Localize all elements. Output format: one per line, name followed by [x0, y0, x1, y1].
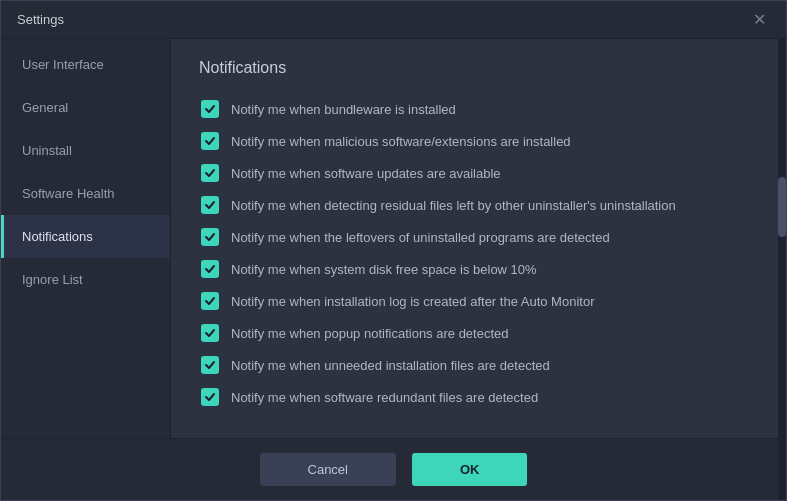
close-button[interactable]: ✕: [749, 10, 770, 30]
section-title: Notifications: [199, 59, 758, 77]
main-panel: Notifications Notify me when bundleware …: [171, 39, 786, 438]
cb3-checkbox[interactable]: [201, 164, 219, 182]
cb6-label: Notify me when system disk free space is…: [231, 262, 537, 277]
dialog-title: Settings: [17, 12, 64, 27]
cb4-checkbox[interactable]: [201, 196, 219, 214]
checkbox-item: Notify me when installation log is creat…: [199, 287, 758, 315]
cb6-checkbox[interactable]: [201, 260, 219, 278]
title-bar: Settings ✕: [1, 1, 786, 39]
footer: Cancel OK: [1, 438, 786, 500]
checkbox-item: Notify me when unneeded installation fil…: [199, 351, 758, 379]
sidebar-item-ignore-list[interactable]: Ignore List: [1, 258, 170, 301]
checkbox-item: Notify me when bundleware is installed: [199, 95, 758, 123]
cb7-checkbox[interactable]: [201, 292, 219, 310]
cancel-button[interactable]: Cancel: [260, 453, 396, 486]
checkbox-list: Notify me when bundleware is installed N…: [199, 95, 758, 411]
sidebar-item-uninstall[interactable]: Uninstall: [1, 129, 170, 172]
checkbox-item: Notify me when malicious software/extens…: [199, 127, 758, 155]
checkbox-item: Notify me when software redundant files …: [199, 383, 758, 411]
cb1-checkbox[interactable]: [201, 100, 219, 118]
checkbox-item: Notify me when popup notifications are d…: [199, 319, 758, 347]
cb8-checkbox[interactable]: [201, 324, 219, 342]
cb2-checkbox[interactable]: [201, 132, 219, 150]
checkbox-item: Notify me when the leftovers of uninstal…: [199, 223, 758, 251]
cb10-label: Notify me when software redundant files …: [231, 390, 538, 405]
sidebar: User InterfaceGeneralUninstallSoftware H…: [1, 39, 171, 438]
dialog-content: User InterfaceGeneralUninstallSoftware H…: [1, 39, 786, 438]
cb4-label: Notify me when detecting residual files …: [231, 198, 676, 213]
cb5-label: Notify me when the leftovers of uninstal…: [231, 230, 610, 245]
settings-dialog: Settings ✕ User InterfaceGeneralUninstal…: [0, 0, 787, 501]
sidebar-item-user-interface[interactable]: User Interface: [1, 43, 170, 86]
cb7-label: Notify me when installation log is creat…: [231, 294, 594, 309]
cb3-label: Notify me when software updates are avai…: [231, 166, 501, 181]
checkbox-item: Notify me when detecting residual files …: [199, 191, 758, 219]
cb1-label: Notify me when bundleware is installed: [231, 102, 456, 117]
sidebar-item-software-health[interactable]: Software Health: [1, 172, 170, 215]
cb9-checkbox[interactable]: [201, 356, 219, 374]
checkbox-item: Notify me when software updates are avai…: [199, 159, 758, 187]
sidebar-item-general[interactable]: General: [1, 86, 170, 129]
checkbox-item: Notify me when system disk free space is…: [199, 255, 758, 283]
ok-button[interactable]: OK: [412, 453, 528, 486]
cb2-label: Notify me when malicious software/extens…: [231, 134, 571, 149]
scrollbar-track: [778, 39, 786, 438]
cb10-checkbox[interactable]: [201, 388, 219, 406]
cb5-checkbox[interactable]: [201, 228, 219, 246]
scrollbar-thumb[interactable]: [778, 177, 786, 237]
sidebar-item-notifications[interactable]: Notifications: [1, 215, 170, 258]
cb9-label: Notify me when unneeded installation fil…: [231, 358, 550, 373]
cb8-label: Notify me when popup notifications are d…: [231, 326, 509, 341]
